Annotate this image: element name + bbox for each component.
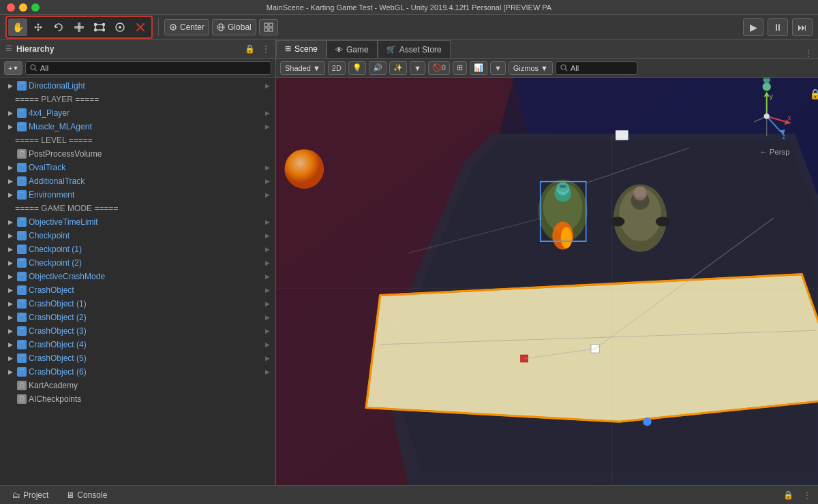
object-icon-4x4-player bbox=[17, 108, 27, 118]
rotate-tool-button[interactable] bbox=[49, 18, 68, 36]
maximize-button[interactable] bbox=[31, 3, 40, 12]
expand-arrow-add-track: ▶ bbox=[5, 176, 15, 186]
hierarchy-label-checkpoint2: Checkpoint (1) bbox=[29, 245, 82, 254]
close-button[interactable] bbox=[7, 3, 15, 12]
minimize-button[interactable] bbox=[19, 3, 27, 12]
hierarchy-item-level-sep[interactable]: ===== LEVEL ===== bbox=[0, 133, 275, 147]
custom-tool-button[interactable] bbox=[131, 18, 150, 36]
window-title: MainScene - Karting Game Test - WebGL - … bbox=[267, 3, 551, 12]
fx-button[interactable]: ✨ bbox=[389, 61, 407, 75]
hand-tool-button[interactable]: ✋ bbox=[8, 18, 27, 36]
fx-dropdown[interactable]: ▼ bbox=[410, 61, 425, 75]
hierarchy-item-crash-obj2[interactable]: ▶CrashObject (2)▶ bbox=[0, 311, 275, 324]
right-arrow-crash-obj2: ▶ bbox=[265, 314, 270, 321]
tab-scene[interactable]: ⊞ Scene bbox=[276, 40, 327, 58]
lighting-button[interactable]: 💡 bbox=[348, 61, 366, 75]
scene-search-input[interactable] bbox=[571, 64, 618, 72]
expand-arrow-level-sep bbox=[5, 136, 15, 145]
bottom-more-icon: ⋮ bbox=[803, 490, 811, 500]
hierarchy-item-kart-academy[interactable]: KartAcademy bbox=[0, 379, 275, 392]
svg-rect-17 bbox=[269, 28, 273, 31]
hierarchy-item-crash-obj4[interactable]: ▶CrashObject (4)▶ bbox=[0, 338, 275, 351]
hierarchy-item-checkpoint2[interactable]: ▶Checkpoint (1)▶ bbox=[0, 242, 275, 256]
hierarchy-label-crash-obj5: CrashObject (5) bbox=[29, 353, 87, 363]
hidden-layers[interactable]: 🚫0 bbox=[428, 61, 450, 75]
hierarchy-item-ai-checkpoints[interactable]: AICheckpoints bbox=[0, 392, 275, 406]
hierarchy-title: Hierarchy bbox=[16, 44, 54, 54]
pause-button[interactable]: ⏸ bbox=[768, 18, 788, 36]
object-icon-crash-obj6 bbox=[17, 367, 27, 377]
object-icon-checkpoint3 bbox=[17, 258, 27, 268]
play-button[interactable]: ▶ bbox=[743, 18, 763, 36]
add-object-button[interactable]: +▼ bbox=[4, 61, 22, 75]
svg-point-10 bbox=[172, 26, 175, 28]
audio-button[interactable]: 🔊 bbox=[369, 61, 387, 75]
hierarchy-item-game-sep[interactable]: ===== GAME MODE ===== bbox=[0, 202, 275, 215]
hierarchy-item-player-sep[interactable]: ===== PLAYER ===== bbox=[0, 93, 275, 106]
hierarchy-item-obj-crash[interactable]: ▶ObjectiveCrashMode▶ bbox=[0, 270, 275, 283]
svg-rect-15 bbox=[269, 23, 273, 27]
center-label: Center bbox=[180, 22, 204, 32]
hierarchy-search-input[interactable] bbox=[40, 64, 267, 72]
hierarchy-item-4x4-player[interactable]: ▶4x4_Player▶ bbox=[0, 106, 275, 120]
expand-arrow-muscle-ml: ▶ bbox=[5, 122, 15, 131]
grid-scene-btn[interactable]: ⊞ bbox=[453, 61, 467, 75]
expand-arrow-crash-obj5: ▶ bbox=[5, 353, 15, 363]
hierarchy-item-crash-obj3[interactable]: ▶CrashObject (3)▶ bbox=[0, 324, 275, 338]
hierarchy-item-add-track[interactable]: ▶AdditionalTrack▶ bbox=[0, 174, 275, 188]
right-arrow-muscle-ml: ▶ bbox=[265, 123, 270, 130]
svg-point-4 bbox=[103, 23, 105, 25]
object-icon-checkpoint1 bbox=[17, 231, 27, 240]
hierarchy-toolbar: +▼ bbox=[0, 59, 275, 78]
svg-rect-133 bbox=[764, 78, 770, 79]
hierarchy-item-crash-obj5[interactable]: ▶CrashObject (5)▶ bbox=[0, 351, 275, 365]
transform-tool-button[interactable] bbox=[110, 18, 130, 36]
tab-game[interactable]: 👁 Game bbox=[327, 40, 378, 58]
hierarchy-label-player-sep: ===== PLAYER ===== bbox=[15, 95, 99, 104]
scale-tool-button[interactable] bbox=[70, 18, 89, 36]
rect-tool-button[interactable] bbox=[90, 18, 109, 36]
center-dropdown[interactable]: Center bbox=[164, 19, 209, 35]
hierarchy-item-crash-obj[interactable]: ▶CrashObject▶ bbox=[0, 283, 275, 297]
game-tab-icon: 👁 bbox=[335, 46, 343, 54]
grid-button[interactable] bbox=[259, 19, 278, 35]
hierarchy-item-obj-time[interactable]: ▶ObjectiveTimeLimit▶ bbox=[0, 215, 275, 229]
hierarchy-item-checkpoint1[interactable]: ▶Checkpoint▶ bbox=[0, 229, 275, 242]
hierarchy-item-checkpoint3[interactable]: ▶Checkpoint (2)▶ bbox=[0, 256, 275, 270]
hierarchy-item-dir-light[interactable]: ▶DirectionalLight▶ bbox=[0, 79, 275, 93]
gizmos-dropdown[interactable]: Gizmos ▼ bbox=[509, 61, 553, 75]
global-dropdown[interactable]: Global bbox=[212, 19, 256, 35]
console-icon: 🖥 bbox=[66, 490, 74, 500]
toolbar: ✋ bbox=[0, 15, 818, 40]
step-button[interactable]: ⏭ bbox=[792, 18, 813, 36]
stats-btn[interactable]: 📊 bbox=[470, 61, 487, 75]
hierarchy-item-post-process[interactable]: PostProcessVolume bbox=[0, 147, 275, 161]
shading-dropdown[interactable]: Shaded ▼ bbox=[280, 61, 325, 75]
expand-arrow-game-sep bbox=[5, 204, 15, 213]
console-tab[interactable]: 🖥 Console bbox=[61, 489, 112, 501]
2d-button[interactable]: 2D bbox=[328, 61, 346, 75]
hierarchy-label-environment: Environment bbox=[29, 190, 74, 200]
expand-arrow-crash-obj3: ▶ bbox=[5, 326, 15, 336]
hierarchy-search[interactable] bbox=[25, 61, 271, 75]
hierarchy-label-crash-obj4: CrashObject (4) bbox=[29, 340, 87, 349]
project-tab[interactable]: 🗂 Project bbox=[7, 489, 54, 501]
hierarchy-item-oval-track[interactable]: ▶OvalTrack▶ bbox=[0, 161, 275, 174]
scene-tab-label: Scene bbox=[294, 44, 318, 54]
expand-arrow-player-sep bbox=[5, 95, 15, 104]
right-arrow-crash-obj: ▶ bbox=[265, 287, 270, 294]
scene-toolbar: Shaded ▼ 2D 💡 🔊 ✨ ▼ 🚫0 ⊞ 📊 ▼ Gizmos ▼ bbox=[276, 59, 818, 78]
scene-tab-icon: ⊞ bbox=[285, 44, 291, 53]
svg-point-131 bbox=[763, 82, 771, 91]
move-tool-button[interactable] bbox=[29, 18, 48, 36]
hierarchy-label-kart-academy: KartAcademy bbox=[29, 381, 78, 390]
hierarchy-item-muscle-ml[interactable]: ▶Muscle_MLAgent▶ bbox=[0, 120, 275, 133]
scene-search[interactable] bbox=[556, 61, 637, 75]
hierarchy-item-environment[interactable]: ▶Environment▶ bbox=[0, 188, 275, 202]
render-mode-btn[interactable]: ▼ bbox=[490, 61, 506, 75]
tool-group: ✋ bbox=[5, 16, 153, 39]
tab-asset-store[interactable]: 🛒 Asset Store bbox=[378, 40, 451, 58]
hierarchy-item-crash-obj6[interactable]: ▶CrashObject (6)▶ bbox=[0, 365, 275, 379]
hierarchy-item-crash-obj1[interactable]: ▶CrashObject (1)▶ bbox=[0, 297, 275, 311]
svg-point-83 bbox=[561, 65, 566, 69]
